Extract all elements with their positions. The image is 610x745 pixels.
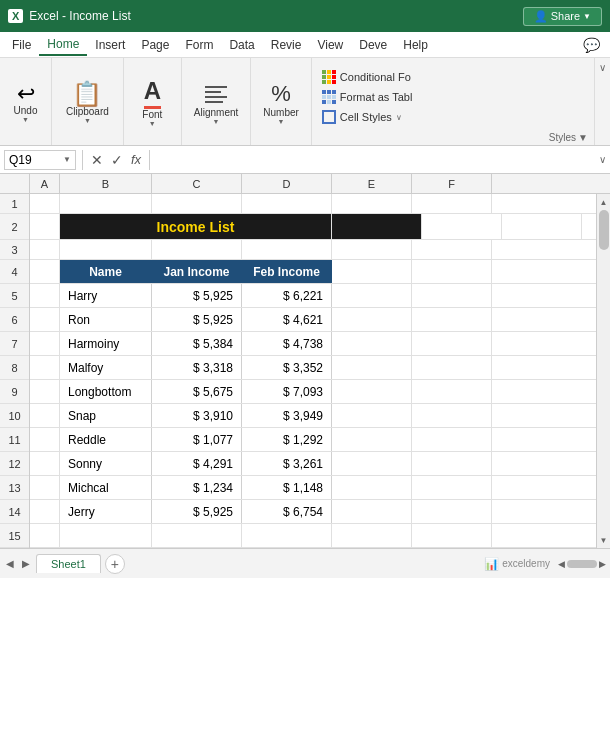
col-header-c[interactable]: C	[152, 174, 242, 193]
data-cell-name[interactable]: Snap	[60, 404, 152, 427]
grid-cell[interactable]	[412, 308, 492, 331]
horizontal-scrollbar[interactable]: ◀ ▶	[558, 559, 606, 569]
data-cell-jan[interactable]: $ 5,384	[152, 332, 242, 355]
data-cell-name[interactable]: Michcal	[60, 476, 152, 499]
grid-cell[interactable]	[412, 500, 492, 523]
row-number-9[interactable]: 9	[0, 380, 29, 404]
ribbon-collapse-button[interactable]: ∨	[595, 58, 610, 145]
col-header-f[interactable]: F	[412, 174, 492, 193]
data-cell-feb[interactable]: $ 4,738	[242, 332, 332, 355]
data-cell-name[interactable]: Harry	[60, 284, 152, 307]
cell-styles-button[interactable]: Cell Styles ∨	[318, 108, 588, 126]
cancel-formula-button[interactable]: ✕	[89, 152, 105, 168]
grid-cell[interactable]	[412, 194, 492, 213]
data-cell-jan[interactable]: $ 5,675	[152, 380, 242, 403]
grid-cell[interactable]	[332, 428, 412, 451]
grid-cell[interactable]	[30, 476, 60, 499]
grid-cell[interactable]	[332, 194, 412, 213]
data-cell-name[interactable]: Jerry	[60, 500, 152, 523]
share-button[interactable]: 👤 Share ▼	[523, 7, 602, 26]
grid-cell[interactable]	[412, 404, 492, 427]
header-cell-feb[interactable]: Feb Income	[242, 260, 332, 283]
grid-cell[interactable]	[152, 194, 242, 213]
grid-cell[interactable]	[502, 214, 582, 239]
col-header-d[interactable]: D	[242, 174, 332, 193]
data-cell-jan[interactable]: $ 4,291	[152, 452, 242, 475]
grid-cell[interactable]	[60, 240, 152, 259]
grid-cell[interactable]	[30, 308, 60, 331]
menu-review[interactable]: Revie	[263, 35, 310, 55]
grid-cell[interactable]	[332, 260, 412, 283]
row-number-14[interactable]: 14	[0, 500, 29, 524]
grid-cell[interactable]	[30, 524, 60, 547]
styles-expand-icon[interactable]: ▼	[578, 132, 588, 143]
menu-insert[interactable]: Insert	[87, 35, 133, 55]
data-cell-feb[interactable]: $ 7,093	[242, 380, 332, 403]
data-cell-jan[interactable]: $ 3,318	[152, 356, 242, 379]
formula-input[interactable]	[156, 151, 595, 169]
data-cell-jan[interactable]: $ 1,077	[152, 428, 242, 451]
grid-cell[interactable]	[242, 194, 332, 213]
format-as-table-button[interactable]: Format as Tabl	[318, 88, 588, 106]
formula-expand-button[interactable]: ∨	[599, 154, 606, 165]
grid-cell[interactable]	[332, 284, 412, 307]
scroll-right-h[interactable]: ▶	[599, 559, 606, 569]
menu-devel[interactable]: Deve	[351, 35, 395, 55]
confirm-formula-button[interactable]: ✓	[109, 152, 125, 168]
grid-cell[interactable]	[30, 380, 60, 403]
sheet-tab[interactable]: Sheet1	[36, 554, 101, 573]
conditional-formatting-button[interactable]: Conditional Fo	[318, 68, 588, 86]
row-number-12[interactable]: 12	[0, 452, 29, 476]
data-cell-feb[interactable]: $ 3,352	[242, 356, 332, 379]
header-cell-name[interactable]: Name	[60, 260, 152, 283]
data-cell-jan[interactable]: $ 5,925	[152, 308, 242, 331]
grid-cell[interactable]	[30, 428, 60, 451]
data-cell-feb[interactable]: $ 3,949	[242, 404, 332, 427]
grid-cell[interactable]	[30, 356, 60, 379]
menu-file[interactable]: File	[4, 35, 39, 55]
data-cell-feb[interactable]: $ 6,221	[242, 284, 332, 307]
function-wizard-button[interactable]: fx	[129, 152, 143, 167]
font-button[interactable]: A Font ▼	[138, 76, 166, 128]
row-number-2[interactable]: 2	[0, 214, 29, 240]
grid-cell[interactable]	[30, 260, 60, 283]
grid-cell[interactable]	[412, 428, 492, 451]
menu-chat-icon[interactable]: 💬	[577, 35, 606, 55]
grid-cell[interactable]	[412, 284, 492, 307]
data-cell-name[interactable]: Harmoiny	[60, 332, 152, 355]
data-cell-name[interactable]: Sonny	[60, 452, 152, 475]
scroll-left-h[interactable]: ◀	[558, 559, 565, 569]
data-cell-jan[interactable]: $ 1,234	[152, 476, 242, 499]
grid-cell[interactable]	[152, 240, 242, 259]
grid-cell[interactable]	[332, 500, 412, 523]
grid-cell[interactable]	[332, 308, 412, 331]
grid-cell[interactable]	[30, 500, 60, 523]
data-cell-jan[interactable]: $ 3,910	[152, 404, 242, 427]
grid-cell[interactable]	[412, 260, 492, 283]
grid-cell[interactable]	[332, 356, 412, 379]
grid-cell[interactable]	[30, 452, 60, 475]
menu-help[interactable]: Help	[395, 35, 436, 55]
row-number-8[interactable]: 8	[0, 356, 29, 380]
title-cell[interactable]: Income List	[60, 214, 332, 239]
menu-data[interactable]: Data	[221, 35, 262, 55]
vertical-scrollbar[interactable]: ▲ ▼	[596, 194, 610, 548]
data-cell-name[interactable]: Longbottom	[60, 380, 152, 403]
number-button[interactable]: % Number ▼	[259, 80, 303, 126]
grid-cell[interactable]	[152, 524, 242, 547]
undo-button[interactable]: ↩ Undo ▼	[10, 81, 42, 125]
grid-cell[interactable]	[242, 240, 332, 259]
header-cell-jan[interactable]: Jan Income	[152, 260, 242, 283]
data-cell-name[interactable]: Ron	[60, 308, 152, 331]
grid-cell[interactable]	[422, 214, 502, 239]
grid-cell[interactable]	[332, 380, 412, 403]
grid-cell[interactable]	[242, 524, 332, 547]
data-cell-jan[interactable]: $ 5,925	[152, 500, 242, 523]
grid-cell[interactable]	[30, 240, 60, 259]
menu-page[interactable]: Page	[133, 35, 177, 55]
data-cell-name[interactable]: Malfoy	[60, 356, 152, 379]
grid-cell[interactable]	[412, 240, 492, 259]
col-header-e[interactable]: E	[332, 174, 412, 193]
row-number-10[interactable]: 10	[0, 404, 29, 428]
col-header-a[interactable]: A	[30, 174, 60, 193]
